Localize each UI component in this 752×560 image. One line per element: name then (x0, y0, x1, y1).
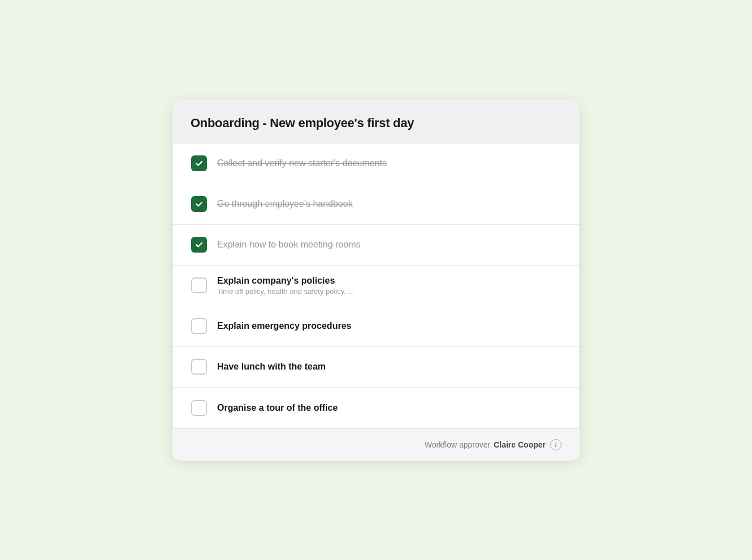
task-label-done: Explain how to book meeting rooms (217, 240, 360, 250)
task-label-done: Go through employee's handbook (217, 199, 353, 209)
checkbox-checked[interactable] (191, 237, 207, 253)
task-label: Have lunch with the team (217, 362, 326, 372)
card-footer: Workflow approver Claire Cooper i (172, 428, 580, 461)
card-header: Onboarding - New employee's first day (172, 100, 580, 144)
task-item: Organise a tour of the office (173, 388, 579, 428)
task-content: Explain how to book meeting rooms (217, 240, 360, 250)
onboarding-card: Onboarding - New employee's first day Co… (172, 100, 580, 461)
checkbox-checked[interactable] (191, 155, 207, 171)
task-item: Explain how to book meeting rooms (173, 225, 579, 266)
task-item: Explain company's policiesTime off polic… (173, 266, 579, 306)
task-content: Go through employee's handbook (217, 199, 353, 209)
info-icon[interactable]: i (550, 439, 561, 450)
checkbox-checked[interactable] (191, 196, 207, 212)
task-label: Explain emergency procedures (217, 321, 351, 331)
task-content: Explain emergency procedures (217, 321, 351, 331)
task-content: Organise a tour of the office (217, 403, 338, 413)
task-sublabel: Time off policy, health and safety polic… (217, 287, 354, 296)
checkbox-unchecked[interactable] (191, 359, 207, 375)
checkbox-unchecked[interactable] (191, 277, 207, 293)
task-content: Collect and verify new starter's documen… (217, 158, 387, 168)
checkbox-unchecked[interactable] (191, 318, 207, 334)
card-title: Onboarding - New employee's first day (191, 116, 561, 131)
task-item: Have lunch with the team (173, 347, 579, 388)
task-label: Explain company's policies (217, 276, 354, 286)
task-item: Collect and verify new starter's documen… (173, 144, 579, 184)
task-item: Explain emergency procedures (173, 306, 579, 347)
task-label-done: Collect and verify new starter's documen… (217, 158, 387, 168)
task-content: Explain company's policiesTime off polic… (217, 276, 354, 296)
task-list: Collect and verify new starter's documen… (172, 144, 580, 428)
checkbox-unchecked[interactable] (191, 400, 207, 416)
task-label: Organise a tour of the office (217, 403, 338, 413)
task-content: Have lunch with the team (217, 362, 326, 372)
task-item: Go through employee's handbook (173, 184, 579, 225)
approver-label: Workflow approver (425, 440, 490, 449)
approver-name: Claire Cooper (494, 440, 546, 449)
